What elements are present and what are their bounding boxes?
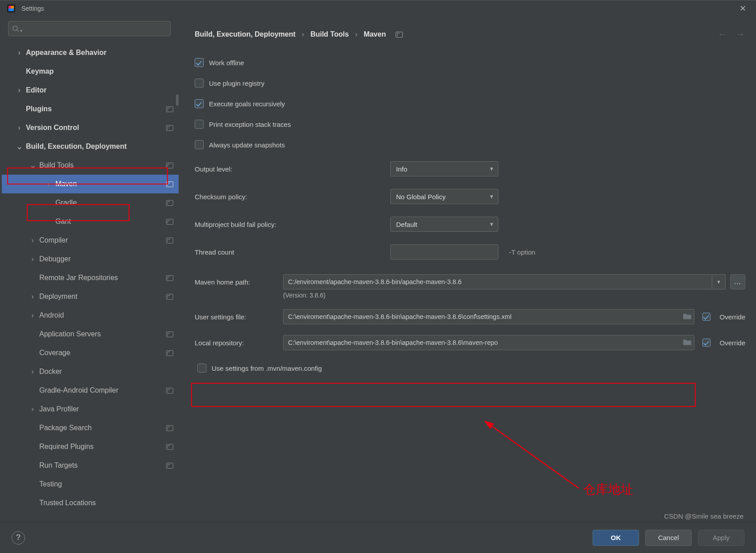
checkbox-always-update-snapshots[interactable] xyxy=(195,140,204,149)
sidebar-item-android[interactable]: ›Android xyxy=(2,306,179,325)
browse-button[interactable]: … xyxy=(730,274,745,289)
chevron-right-icon[interactable]: › xyxy=(29,311,37,319)
project-scope-icon xyxy=(396,32,403,38)
sidebar-item-compiler[interactable]: ›Compiler xyxy=(2,231,179,250)
chevron-right-icon[interactable]: › xyxy=(15,124,23,132)
checkbox-use-plugin-registry[interactable] xyxy=(195,79,204,88)
sidebar-item-debugger[interactable]: ›Debugger xyxy=(2,250,179,268)
annotation-arrow xyxy=(472,412,606,502)
sidebar-item-label: Java Profiler xyxy=(39,405,79,413)
sidebar-item-keymap[interactable]: Keymap xyxy=(2,62,179,81)
checkbox-work-offline[interactable] xyxy=(195,58,204,67)
project-scope-icon xyxy=(166,444,173,450)
sidebar-item-testing[interactable]: Testing xyxy=(2,475,179,494)
cancel-button[interactable]: Cancel xyxy=(645,530,692,546)
sidebar-item-version-control[interactable]: ›Version Control xyxy=(2,118,179,137)
checkbox-label: Override xyxy=(719,313,745,321)
checkbox-override-local-repo[interactable] xyxy=(702,339,710,347)
chevron-down-icon[interactable]: ⌄ xyxy=(15,142,23,151)
chevron-right-icon[interactable]: › xyxy=(15,49,23,57)
breadcrumb-item[interactable]: Maven xyxy=(363,30,386,38)
project-scope-icon xyxy=(166,331,173,337)
annotation-text: 仓库地址 xyxy=(583,481,633,498)
search-input[interactable]: ▾ xyxy=(8,21,171,36)
chevron-right-icon[interactable]: › xyxy=(29,236,37,244)
chevron-right-icon[interactable]: › xyxy=(29,293,37,301)
input-value: C:\enviroment\apache-maven-3.8.6-bin\apa… xyxy=(288,339,498,346)
output-level-select[interactable]: Info ▼ xyxy=(390,161,498,176)
sidebar-item-label: Appearance & Behavior xyxy=(26,49,107,57)
search-dropdown-icon[interactable]: ▾ xyxy=(20,28,22,33)
sidebar-item-appearance-behavior[interactable]: ›Appearance & Behavior xyxy=(2,43,179,62)
multiproject-policy-select[interactable]: Default ▼ xyxy=(390,217,498,232)
help-button[interactable]: ? xyxy=(12,531,25,545)
folder-icon[interactable] xyxy=(683,313,692,321)
breadcrumb-item[interactable]: Build Tools xyxy=(310,30,349,38)
sidebar-item-docker[interactable]: ›Docker xyxy=(2,362,179,381)
sidebar-item-label: Plugins xyxy=(26,105,52,113)
checkbox-use-mvn-config[interactable] xyxy=(197,364,206,373)
sidebar-item-build-execution-deployment[interactable]: ⌄Build, Execution, Deployment xyxy=(2,137,179,156)
maven-home-path-input[interactable]: C:/enviroment/apache-maven-3.8.6-bin/apa… xyxy=(283,274,712,289)
user-settings-file-input[interactable]: C:\enviroment\apache-maven-3.8.6-bin\apa… xyxy=(283,309,694,324)
checkbox-override-user-settings[interactable] xyxy=(702,313,710,321)
chevron-right-icon: › xyxy=(302,30,304,38)
search-icon xyxy=(12,25,19,32)
sidebar-item-build-tools[interactable]: ⌄Build Tools xyxy=(2,156,179,175)
chevron-right-icon[interactable]: › xyxy=(45,180,53,188)
project-scope-icon xyxy=(166,350,173,356)
sidebar-item-application-servers[interactable]: Application Servers xyxy=(2,325,179,344)
local-repository-input[interactable]: C:\enviroment\apache-maven-3.8.6-bin\apa… xyxy=(283,335,694,350)
breadcrumb-item[interactable]: Build, Execution, Deployment xyxy=(195,30,296,38)
sidebar-item-gradle-android-compiler[interactable]: Gradle-Android Compiler xyxy=(2,381,179,400)
sidebar-item-required-plugins[interactable]: Required Plugins xyxy=(2,437,179,456)
checkbox-print-exception-traces[interactable] xyxy=(195,120,204,129)
sidebar-item-trusted-locations[interactable]: Trusted Locations xyxy=(2,494,179,512)
field-hint: -T option xyxy=(509,248,535,256)
sidebar-item-coverage[interactable]: Coverage xyxy=(2,344,179,362)
checkbox-execute-recursively[interactable] xyxy=(195,99,204,108)
chevron-right-icon[interactable]: › xyxy=(29,255,37,263)
sidebar-item-gradle[interactable]: Gradle xyxy=(2,193,179,212)
sidebar-item-label: Gradle xyxy=(55,199,77,207)
folder-icon[interactable] xyxy=(683,339,692,347)
sidebar-item-plugins[interactable]: Plugins xyxy=(2,100,179,118)
project-scope-icon xyxy=(166,106,173,112)
ok-button[interactable]: OK xyxy=(593,530,639,546)
checksum-policy-select[interactable]: No Global Policy ▼ xyxy=(390,189,498,204)
sidebar-item-label: Maven xyxy=(55,180,77,188)
thread-count-input[interactable] xyxy=(390,244,498,260)
sidebar-item-deployment[interactable]: ›Deployment xyxy=(2,287,179,306)
checkbox-label: Print exception stack traces xyxy=(209,121,291,128)
chevron-right-icon[interactable]: › xyxy=(15,86,23,94)
chevron-right-icon[interactable]: › xyxy=(29,368,37,376)
sidebar-item-gant[interactable]: Gant xyxy=(2,212,179,231)
sidebar: ▾ ›Appearance & BehaviorKeymap›EditorPlu… xyxy=(0,17,179,522)
sidebar-item-remote-jar-repositories[interactable]: Remote Jar Repositories xyxy=(2,268,179,287)
nav-back-button[interactable]: ← xyxy=(718,29,727,40)
project-scope-icon xyxy=(166,388,173,394)
sidebar-item-label: Deployment xyxy=(39,293,77,301)
content-panel: Build, Execution, Deployment › Build Too… xyxy=(179,17,756,522)
chevron-down-icon[interactable]: ⌄ xyxy=(29,160,37,170)
chevron-right-icon[interactable]: › xyxy=(29,405,37,413)
settings-tree[interactable]: ›Appearance & BehaviorKeymap›EditorPlugi… xyxy=(0,41,179,522)
maven-home-dropdown[interactable]: ▼ xyxy=(712,274,726,289)
sidebar-item-run-targets[interactable]: Run Targets xyxy=(2,456,179,475)
sidebar-item-label: Android xyxy=(39,311,64,319)
nav-forward-button[interactable]: → xyxy=(735,29,745,40)
sidebar-item-label: Coverage xyxy=(39,349,70,357)
sidebar-item-editor[interactable]: ›Editor xyxy=(2,81,179,100)
sidebar-item-label: Build, Execution, Deployment xyxy=(26,142,127,151)
checkbox-label: Always update snapshots xyxy=(209,141,285,149)
select-value: Default xyxy=(396,221,418,228)
apply-button[interactable]: Apply xyxy=(698,530,744,546)
sidebar-item-label: Build Tools xyxy=(39,161,74,169)
sidebar-item-label: Testing xyxy=(39,480,62,488)
input-value: C:/enviroment/apache-maven-3.8.6-bin/apa… xyxy=(288,278,462,285)
sidebar-item-maven[interactable]: ›Maven xyxy=(2,175,179,193)
sidebar-item-java-profiler[interactable]: ›Java Profiler xyxy=(2,400,179,419)
sidebar-item-label: Run Targets xyxy=(39,461,78,469)
sidebar-item-package-search[interactable]: Package Search xyxy=(2,419,179,437)
close-icon[interactable]: ✕ xyxy=(736,2,750,15)
